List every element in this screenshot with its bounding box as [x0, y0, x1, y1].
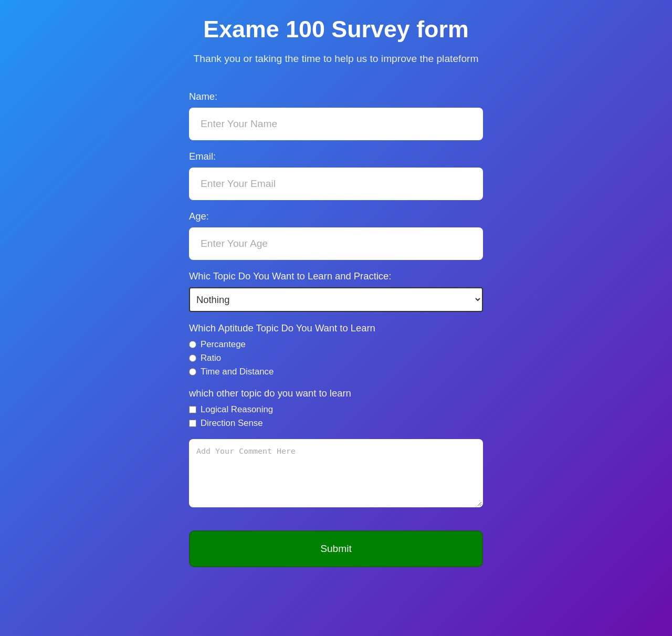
- checkbox-logical[interactable]: [189, 406, 196, 413]
- age-group: Age:: [189, 211, 483, 260]
- radio-ratio[interactable]: [189, 355, 196, 362]
- topic-group: Whic Topic Do You Want to Learn and Prac…: [189, 270, 483, 312]
- comment-group: [189, 439, 483, 509]
- age-input[interactable]: [189, 227, 483, 260]
- aptitude-label: Which Aptitude Topic Do You Want to Lear…: [189, 322, 483, 334]
- survey-form: Name: Email: Age: Whic Topic Do You Want…: [189, 91, 483, 567]
- radio-percentage[interactable]: [189, 341, 196, 348]
- aptitude-radio-group: Percantege Ratio Time and Distance: [189, 339, 483, 377]
- page-title: Exame 100 Survey form: [178, 16, 494, 43]
- submit-button[interactable]: Submit: [189, 530, 483, 567]
- email-label: Email:: [189, 151, 483, 162]
- checkbox-item-logical[interactable]: Logical Reasoning: [189, 404, 483, 415]
- email-group: Email:: [189, 151, 483, 200]
- age-label: Age:: [189, 211, 483, 222]
- comment-textarea[interactable]: [189, 439, 483, 507]
- name-label: Name:: [189, 91, 483, 102]
- checkbox-item-direction[interactable]: Direction Sense: [189, 418, 483, 429]
- checkbox-label-logical: Logical Reasoning: [201, 404, 273, 415]
- checkbox-direction[interactable]: [189, 420, 196, 427]
- checkbox-label-direction: Direction Sense: [201, 418, 262, 429]
- radio-item-time-distance[interactable]: Time and Distance: [189, 367, 483, 377]
- radio-label-percentage: Percantege: [201, 339, 246, 350]
- other-topic-group: which other topic do you want to learn L…: [189, 388, 483, 429]
- other-topic-label: which other topic do you want to learn: [189, 388, 483, 399]
- topic-select[interactable]: Nothing Mathematics Science English: [189, 287, 483, 312]
- radio-label-ratio: Ratio: [201, 353, 221, 363]
- name-group: Name:: [189, 91, 483, 140]
- radio-item-ratio[interactable]: Ratio: [189, 353, 483, 363]
- radio-time-distance[interactable]: [189, 368, 196, 376]
- checkbox-group: Logical Reasoning Direction Sense: [189, 404, 483, 429]
- page-subtitle: Thank you or taking the time to help us …: [178, 53, 494, 65]
- aptitude-group: Which Aptitude Topic Do You Want to Lear…: [189, 322, 483, 377]
- email-input[interactable]: [189, 168, 483, 200]
- radio-item-percentage[interactable]: Percantege: [189, 339, 483, 350]
- page-header: Exame 100 Survey form Thank you or takin…: [178, 16, 494, 65]
- radio-label-time-distance: Time and Distance: [201, 367, 274, 377]
- topic-label: Whic Topic Do You Want to Learn and Prac…: [189, 270, 483, 282]
- name-input[interactable]: [189, 108, 483, 140]
